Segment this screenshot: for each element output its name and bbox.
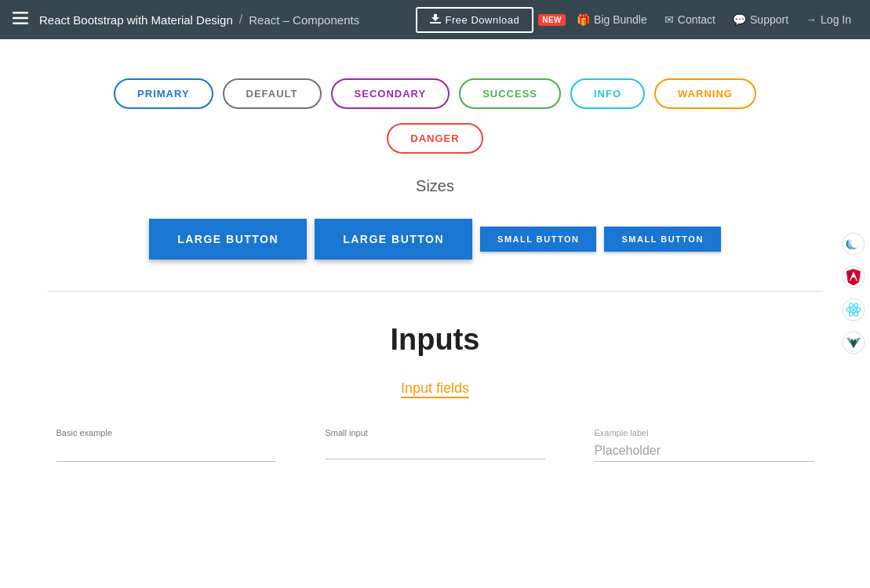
gift-icon: 🎁	[577, 13, 590, 26]
free-download-label: Free Download	[446, 14, 520, 26]
download-icon	[430, 13, 441, 27]
chat-icon: 💬	[733, 13, 746, 26]
inputs-row: Basic example Small input Example label	[47, 428, 823, 462]
svg-rect-9	[852, 275, 855, 277]
small-button-1[interactable]: SMALL BUTTON	[480, 227, 596, 252]
menu-icon[interactable]	[13, 10, 28, 30]
small-input-group: Small input	[326, 428, 545, 462]
react-icon	[842, 298, 865, 321]
jquery-icon-button[interactable]	[837, 227, 870, 260]
brand-link[interactable]: React Bootstrap with Material Design	[39, 13, 233, 27]
basic-example-label: Basic example	[56, 428, 276, 437]
mail-icon: ✉	[664, 13, 674, 26]
jquery-icon	[842, 232, 865, 256]
inputs-title: Inputs	[47, 323, 823, 357]
angular-icon-button[interactable]	[837, 260, 870, 293]
breadcrumb-page: React – Components	[249, 13, 359, 27]
btn-secondary-outline[interactable]: SECONDARY	[331, 78, 450, 109]
outline-buttons-row1: PRIMARY DEFAULT SECONDARY SUCCESS INFO W…	[0, 63, 870, 117]
new-badge: NEW	[538, 14, 566, 26]
svg-rect-1	[13, 16, 28, 19]
navbar-right: Free Download NEW 🎁 Big Bundle ✉ Contact…	[416, 7, 857, 33]
svg-point-14	[852, 308, 855, 311]
small-input-field[interactable]	[326, 441, 545, 459]
free-download-button[interactable]: Free Download	[416, 7, 534, 33]
vue-icon-button[interactable]	[837, 326, 870, 359]
angular-icon	[842, 265, 865, 289]
btn-info-outline[interactable]: INFO	[570, 78, 645, 109]
side-icons-panel	[837, 227, 870, 359]
svg-point-4	[843, 233, 865, 255]
small-button-2[interactable]: SMALL BUTTON	[604, 227, 720, 252]
vue-icon	[842, 331, 865, 354]
small-input-label: Small input	[326, 428, 545, 437]
btn-danger-outline[interactable]: DANGER	[387, 123, 482, 154]
svg-rect-2	[13, 22, 28, 24]
basic-example-group: Basic example	[56, 428, 276, 462]
sizes-section: Sizes LARGE BUTTON LARGE BUTTON SMALL BU…	[0, 169, 870, 283]
login-icon: →	[806, 13, 817, 26]
breadcrumb-separator: /	[239, 13, 242, 27]
outline-buttons-row2: DANGER	[0, 123, 870, 154]
svg-rect-0	[13, 12, 28, 14]
big-bundle-link[interactable]: 🎁 Big Bundle	[570, 9, 653, 31]
section-divider	[47, 291, 823, 292]
support-link[interactable]: 💬 Support	[726, 9, 795, 31]
large-button-2[interactable]: LARGE BUTTON	[315, 219, 472, 260]
btn-primary-outline[interactable]: PRIMARY	[114, 78, 213, 109]
navbar: React Bootstrap with Material Design / R…	[0, 0, 870, 39]
btn-success-outline[interactable]: SUCCESS	[459, 78, 561, 109]
svg-rect-3	[430, 22, 441, 24]
contact-link[interactable]: ✉ Contact	[658, 9, 722, 31]
placeholder-input[interactable]	[595, 441, 814, 462]
sizes-buttons: LARGE BUTTON LARGE BUTTON SMALL BUTTON S…	[0, 219, 870, 260]
login-link[interactable]: → Log In	[799, 9, 857, 31]
basic-example-input[interactable]	[56, 441, 276, 462]
example-label-group: Example label	[595, 428, 814, 462]
btn-warning-outline[interactable]: WARNING	[654, 78, 756, 109]
react-icon-button[interactable]	[837, 293, 870, 326]
large-button-1[interactable]: LARGE BUTTON	[149, 219, 307, 260]
inputs-section: Inputs Input fields Basic example Small …	[0, 299, 870, 485]
input-fields-subtitle: Input fields	[47, 380, 823, 397]
btn-default-outline[interactable]: DEFAULT	[223, 78, 322, 109]
sizes-title: Sizes	[0, 177, 870, 195]
example-label-text: Example label	[595, 428, 814, 437]
main-content: PRIMARY DEFAULT SECONDARY SUCCESS INFO W…	[0, 39, 870, 588]
